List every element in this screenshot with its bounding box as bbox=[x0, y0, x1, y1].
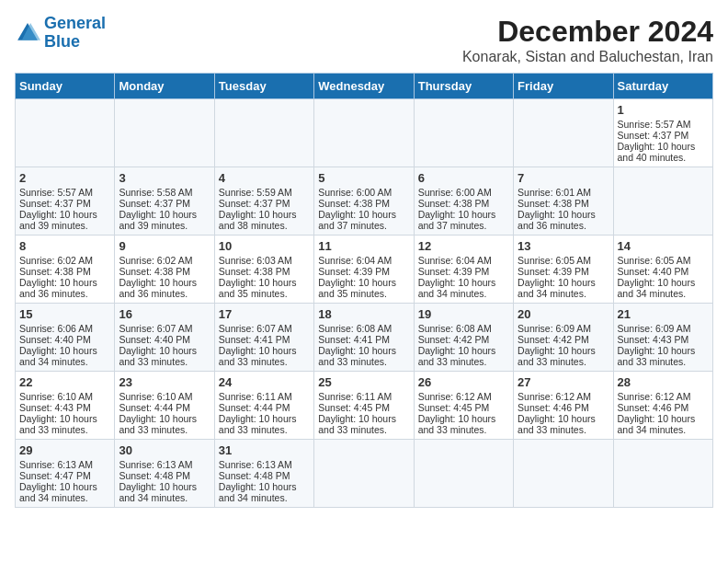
logo-line1: General bbox=[44, 14, 106, 32]
calendar-week-row: 29Sunrise: 6:13 AMSunset: 4:47 PMDayligh… bbox=[16, 440, 713, 508]
calendar-cell: 13Sunrise: 6:05 AMSunset: 4:39 PMDayligh… bbox=[514, 236, 613, 304]
calendar-cell: 25Sunrise: 6:11 AMSunset: 4:45 PMDayligh… bbox=[314, 372, 414, 440]
calendar-cell: 3Sunrise: 5:58 AMSunset: 4:37 PMDaylight… bbox=[115, 167, 214, 236]
logo-icon bbox=[15, 20, 40, 46]
calendar-week-row: 1Sunrise: 5:57 AMSunset: 4:37 PMDaylight… bbox=[16, 99, 713, 167]
calendar-cell: 7Sunrise: 6:01 AMSunset: 4:38 PMDaylight… bbox=[514, 167, 613, 236]
page-header: General Blue December 2024 Konarak, Sist… bbox=[15, 15, 713, 65]
calendar-cell: 30Sunrise: 6:13 AMSunset: 4:48 PMDayligh… bbox=[115, 440, 214, 508]
calendar-header-saturday: Saturday bbox=[613, 74, 712, 99]
calendar-cell: 9Sunrise: 6:02 AMSunset: 4:38 PMDaylight… bbox=[115, 236, 214, 304]
calendar-week-row: 2Sunrise: 5:57 AMSunset: 4:37 PMDaylight… bbox=[16, 167, 713, 236]
calendar-header-thursday: Thursday bbox=[414, 74, 513, 99]
calendar-cell: 5Sunrise: 6:00 AMSunset: 4:38 PMDaylight… bbox=[314, 167, 414, 236]
calendar-cell: 12Sunrise: 6:04 AMSunset: 4:39 PMDayligh… bbox=[414, 236, 513, 304]
calendar-cell: 4Sunrise: 5:59 AMSunset: 4:37 PMDaylight… bbox=[214, 167, 313, 236]
calendar-cell: 8Sunrise: 6:02 AMSunset: 4:38 PMDaylight… bbox=[16, 236, 115, 304]
calendar-cell bbox=[414, 99, 513, 167]
calendar-cell: 26Sunrise: 6:12 AMSunset: 4:45 PMDayligh… bbox=[414, 372, 513, 440]
calendar-cell bbox=[214, 99, 313, 167]
calendar-week-row: 8Sunrise: 6:02 AMSunset: 4:38 PMDaylight… bbox=[16, 236, 713, 304]
calendar-cell: 22Sunrise: 6:10 AMSunset: 4:43 PMDayligh… bbox=[16, 372, 115, 440]
calendar-cell bbox=[414, 440, 513, 508]
calendar-cell: 28Sunrise: 6:12 AMSunset: 4:46 PMDayligh… bbox=[613, 372, 712, 440]
calendar-header-wednesday: Wednesday bbox=[314, 74, 414, 99]
logo-line2: Blue bbox=[44, 32, 80, 51]
calendar-cell: 15Sunrise: 6:06 AMSunset: 4:40 PMDayligh… bbox=[16, 304, 115, 372]
calendar-cell: 14Sunrise: 6:05 AMSunset: 4:40 PMDayligh… bbox=[613, 236, 712, 304]
calendar-cell: 24Sunrise: 6:11 AMSunset: 4:44 PMDayligh… bbox=[214, 372, 313, 440]
calendar-cell: 6Sunrise: 6:00 AMSunset: 4:38 PMDaylight… bbox=[414, 167, 513, 236]
calendar-cell bbox=[514, 440, 613, 508]
calendar-cell: 18Sunrise: 6:08 AMSunset: 4:41 PMDayligh… bbox=[314, 304, 414, 372]
title-block: December 2024 Konarak, Sistan and Baluch… bbox=[462, 15, 713, 65]
calendar-cell bbox=[314, 99, 414, 167]
calendar-header-monday: Monday bbox=[115, 74, 214, 99]
calendar-cell: 16Sunrise: 6:07 AMSunset: 4:40 PMDayligh… bbox=[115, 304, 214, 372]
logo: General Blue bbox=[15, 15, 106, 52]
calendar-cell bbox=[514, 99, 613, 167]
main-title: December 2024 bbox=[462, 15, 713, 49]
calendar-header-sunday: Sunday bbox=[16, 74, 115, 99]
calendar-cell bbox=[314, 440, 414, 508]
calendar-cell: 23Sunrise: 6:10 AMSunset: 4:44 PMDayligh… bbox=[115, 372, 214, 440]
logo-text: General Blue bbox=[44, 15, 106, 52]
calendar-header-tuesday: Tuesday bbox=[214, 74, 313, 99]
calendar-cell: 2Sunrise: 5:57 AMSunset: 4:37 PMDaylight… bbox=[16, 167, 115, 236]
calendar-cell: 31Sunrise: 6:13 AMSunset: 4:48 PMDayligh… bbox=[214, 440, 313, 508]
calendar-cell bbox=[115, 99, 214, 167]
calendar-table: SundayMondayTuesdayWednesdayThursdayFrid… bbox=[15, 73, 713, 508]
calendar-week-row: 15Sunrise: 6:06 AMSunset: 4:40 PMDayligh… bbox=[16, 304, 713, 372]
calendar-cell bbox=[613, 440, 712, 508]
calendar-cell: 20Sunrise: 6:09 AMSunset: 4:42 PMDayligh… bbox=[514, 304, 613, 372]
calendar-cell: 27Sunrise: 6:12 AMSunset: 4:46 PMDayligh… bbox=[514, 372, 613, 440]
calendar-cell: 1Sunrise: 5:57 AMSunset: 4:37 PMDaylight… bbox=[613, 99, 712, 167]
calendar-cell: 19Sunrise: 6:08 AMSunset: 4:42 PMDayligh… bbox=[414, 304, 513, 372]
calendar-cell: 10Sunrise: 6:03 AMSunset: 4:38 PMDayligh… bbox=[214, 236, 313, 304]
calendar-header-friday: Friday bbox=[514, 74, 613, 99]
calendar-header-row: SundayMondayTuesdayWednesdayThursdayFrid… bbox=[16, 74, 713, 99]
calendar-cell: 17Sunrise: 6:07 AMSunset: 4:41 PMDayligh… bbox=[214, 304, 313, 372]
calendar-cell: 11Sunrise: 6:04 AMSunset: 4:39 PMDayligh… bbox=[314, 236, 414, 304]
calendar-cell: 29Sunrise: 6:13 AMSunset: 4:47 PMDayligh… bbox=[16, 440, 115, 508]
calendar-cell: 21Sunrise: 6:09 AMSunset: 4:43 PMDayligh… bbox=[613, 304, 712, 372]
calendar-cell bbox=[16, 99, 115, 167]
subtitle: Konarak, Sistan and Baluchestan, Iran bbox=[462, 49, 713, 65]
calendar-week-row: 22Sunrise: 6:10 AMSunset: 4:43 PMDayligh… bbox=[16, 372, 713, 440]
calendar-cell bbox=[613, 167, 712, 236]
